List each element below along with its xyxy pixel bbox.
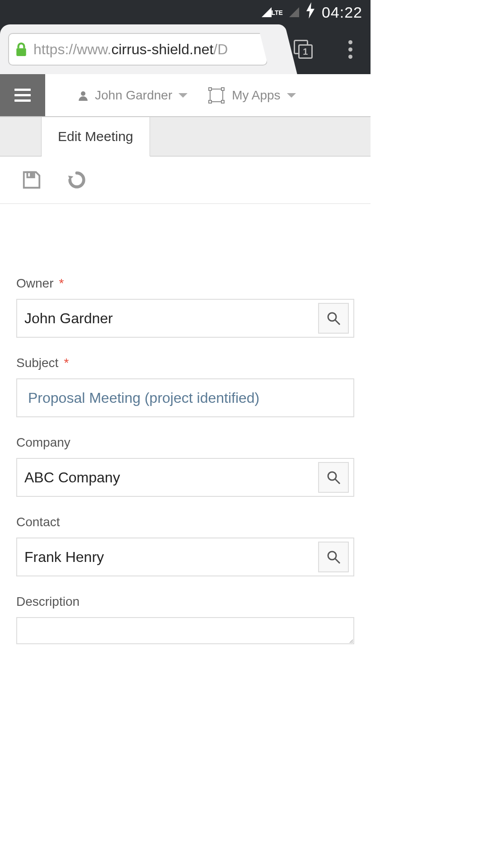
company-group: Company	[16, 435, 354, 497]
lte-label: LTE	[272, 9, 283, 16]
form-area: Owner * Subject * Company	[0, 204, 371, 653]
owner-input[interactable]	[17, 300, 318, 337]
undo-button[interactable]	[66, 169, 88, 191]
browser-menu-button[interactable]	[348, 40, 352, 59]
company-input[interactable]	[17, 459, 318, 496]
tab-count: 1	[298, 44, 313, 59]
apps-icon	[207, 86, 225, 104]
svg-rect-6	[221, 100, 224, 103]
tabs-button[interactable]: 1	[294, 40, 313, 59]
save-button[interactable]	[21, 169, 42, 191]
company-label: Company	[16, 435, 354, 450]
contact-lookup-button[interactable]	[318, 542, 349, 572]
svg-point-9	[328, 313, 336, 321]
svg-line-14	[335, 559, 340, 563]
contact-group: Contact	[16, 515, 354, 576]
charging-icon	[305, 2, 315, 22]
svg-line-12	[335, 479, 340, 484]
subject-input[interactable]	[16, 378, 354, 417]
description-input[interactable]	[16, 617, 354, 644]
undo-icon	[66, 170, 87, 190]
search-icon	[326, 550, 341, 564]
signal-indicator-2	[289, 7, 299, 17]
contact-input[interactable]	[17, 538, 318, 576]
tab-bar: Edit Meeting	[0, 117, 371, 156]
svg-point-1	[81, 91, 85, 96]
svg-rect-4	[221, 88, 224, 90]
app-header: John Gardner My Apps	[0, 74, 371, 117]
apps-label: My Apps	[232, 88, 280, 103]
svg-rect-0	[16, 48, 26, 56]
tab-edit-meeting[interactable]: Edit Meeting	[42, 117, 150, 156]
required-star: *	[59, 276, 64, 291]
search-icon	[326, 311, 341, 326]
company-lookup-button[interactable]	[318, 462, 349, 493]
required-star: *	[64, 356, 69, 370]
description-group: Description	[16, 594, 354, 644]
hamburger-icon	[14, 89, 31, 102]
chevron-down-icon	[178, 93, 188, 98]
user-icon	[78, 90, 89, 101]
apps-menu[interactable]: My Apps	[207, 86, 296, 104]
svg-line-10	[335, 320, 340, 325]
signal-indicator-1: LTE	[262, 7, 283, 17]
toolbar	[0, 156, 371, 204]
contact-label: Contact	[16, 515, 354, 529]
svg-rect-5	[209, 100, 211, 103]
user-name-label: John Gardner	[95, 88, 172, 103]
subject-label: Subject *	[16, 356, 354, 370]
svg-point-11	[328, 472, 336, 480]
owner-lookup-button[interactable]	[318, 303, 349, 334]
svg-rect-8	[31, 173, 33, 177]
hamburger-button[interactable]	[0, 74, 45, 116]
description-label: Description	[16, 594, 354, 609]
tab-label: Edit Meeting	[58, 129, 133, 144]
status-bar: LTE 04:22	[0, 0, 371, 24]
svg-point-13	[328, 552, 336, 560]
status-clock: 04:22	[322, 4, 362, 21]
owner-group: Owner *	[16, 276, 354, 338]
url-bar[interactable]: https://www.cirrus-shield.net/D	[8, 33, 267, 66]
url-text: https://www.cirrus-shield.net/D	[33, 41, 228, 58]
subject-group: Subject *	[16, 356, 354, 417]
svg-rect-2	[210, 89, 223, 102]
lock-icon	[15, 42, 27, 56]
save-icon	[21, 170, 42, 190]
owner-label: Owner *	[16, 276, 354, 291]
browser-chrome: https://www.cirrus-shield.net/D 1	[0, 24, 371, 74]
svg-rect-3	[209, 88, 211, 90]
search-icon	[326, 470, 341, 485]
chevron-down-icon	[287, 93, 296, 98]
user-menu[interactable]: John Gardner	[78, 88, 188, 103]
